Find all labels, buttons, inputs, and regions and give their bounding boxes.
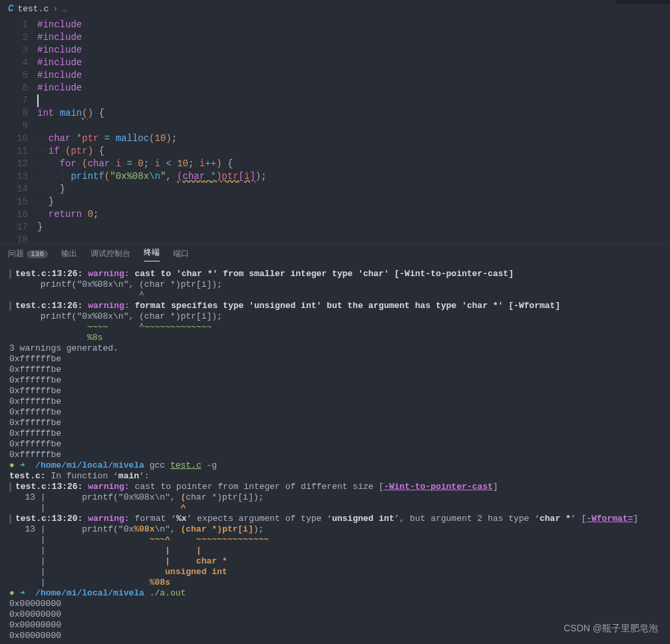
line-gutter: 123456789101112131415161718 (0, 17, 37, 243)
code-line[interactable]: } (37, 221, 670, 234)
terminal-line: %8s (9, 333, 661, 343)
breadcrumb-ellipsis: … (62, 4, 67, 14)
terminal-line: test.c:13:20: warning: format ‘%x’ expec… (9, 514, 661, 524)
terminal-line: printf("0x%08x\n", (char *)ptr[i]); (9, 279, 661, 290)
line-number: 15 (0, 196, 28, 208)
terminal-line: | ^ (9, 503, 661, 514)
breadcrumb-sep: › (53, 4, 58, 14)
line-number: 12 (0, 158, 28, 170)
terminal-line: 0xffffffbe (9, 365, 661, 375)
terminal-line: 0x00000000 (9, 599, 661, 609)
line-number: 5 (0, 69, 28, 82)
breadcrumb: C test.c › … (0, 0, 670, 17)
code-line[interactable] (37, 120, 670, 132)
terminal-line: | unsigned int (9, 567, 661, 577)
terminal-line: 0xffffffbe (9, 354, 661, 365)
terminal-line: 13 | printf("0x%08x\n", (char *)ptr[i]); (9, 492, 661, 503)
code-line[interactable]: #include· (37, 44, 670, 57)
line-number: 2 (0, 31, 28, 44)
line-number: 6 (0, 82, 28, 94)
topright-border (617, 0, 670, 4)
terminal-line: 3 warnings generated. (9, 343, 661, 354)
terminal-line: 0xffffffbe (9, 407, 661, 418)
c-lang-icon: C (8, 3, 13, 14)
terminal-line: ● ➜ /home/mi/local/mivela ./a.out (9, 588, 661, 599)
line-number: 16 (0, 208, 28, 221)
terminal-line: test.c: In function ‘main’: (9, 471, 661, 482)
terminal-line: printf("0x%08x\n", (char *)ptr[i]); (9, 311, 661, 322)
terminal-line: | | char * (9, 556, 661, 567)
code-line[interactable]: #include· (37, 31, 670, 44)
terminal-line: ^ (9, 290, 661, 301)
code-line[interactable]: ··return·0; (37, 208, 670, 221)
terminal-line: 0x00000000 (9, 620, 661, 631)
terminal-line: 13 | printf("0x%08x\n", (char *)ptr[i]); (9, 524, 661, 535)
code-line[interactable]: ··} (37, 196, 670, 208)
code-line[interactable]: #include· (37, 69, 670, 82)
watermark: CSDN @瓶子里肥皂泡 (564, 623, 658, 635)
line-number: 13 (0, 170, 28, 183)
line-number: 18 (0, 234, 28, 246)
terminal-line: | | | (9, 546, 661, 556)
terminal-line: 0xffffffbe (9, 439, 661, 450)
line-number: 14 (0, 183, 28, 196)
terminal-line: 0xffffffbe (9, 428, 661, 439)
code-line[interactable]: ····for·(char·i·=·0;·i·<·10;·i++)·{ (37, 158, 670, 170)
line-number: 1 (0, 19, 28, 31)
problems-badge: 136 (27, 250, 48, 258)
terminal-line: 0x00000000 (9, 631, 661, 641)
terminal-line: 0xffffffbe (9, 418, 661, 428)
code-line[interactable]: ··if·(ptr)·{ (37, 145, 670, 158)
code-line[interactable]: #include· (37, 19, 670, 31)
terminal-line: ● ➜ /home/mi/local/mivela gcc test.c -g (9, 460, 661, 471)
editor[interactable]: 123456789101112131415161718 #include·#in… (0, 17, 670, 243)
code-line[interactable] (37, 234, 670, 246)
code-line[interactable]: ··char·*ptr·=·malloc(10); (37, 132, 670, 145)
terminal-line: | %08s (9, 577, 661, 588)
terminal-line: ~~~~ ^~~~~~~~~~~~~~ (9, 322, 661, 333)
line-number: 7 (0, 94, 28, 107)
panel-tabs: 问题136 输出 调试控制台 终端 端口 (0, 243, 670, 263)
terminal[interactable]: test.c:13:26: warning: cast to 'char *' … (0, 263, 670, 641)
tab-terminal[interactable]: 终端 (144, 247, 160, 261)
terminal-line: | ~~~^ ~~~~~~~~~~~~~~ (9, 535, 661, 546)
code-line[interactable]: ····} (37, 183, 670, 196)
code-area[interactable]: #include·#include·#include·#include·#inc… (37, 17, 670, 243)
line-number: 10 (0, 132, 28, 145)
line-number: 11 (0, 145, 28, 158)
terminal-line: 0xffffffbe (9, 397, 661, 407)
tab-ports[interactable]: 端口 (173, 248, 189, 259)
terminal-line: 0x00000000 (9, 609, 661, 620)
code-line[interactable]: #include· (37, 82, 670, 94)
line-number: 17 (0, 221, 28, 234)
code-line[interactable]: #include· (37, 57, 670, 69)
tab-problems[interactable]: 问题136 (8, 248, 48, 259)
terminal-line: 0xffffffbe (9, 386, 661, 397)
terminal-line: test.c:13:26: warning: cast to 'char *' … (9, 269, 661, 279)
terminal-line: test.c:13:26: warning: format specifies … (9, 301, 661, 311)
tab-debug-console[interactable]: 调试控制台 (90, 248, 130, 259)
line-number: 9 (0, 120, 28, 132)
line-number: 8 (0, 107, 28, 120)
breadcrumb-file[interactable]: test.c (17, 4, 49, 14)
line-number: 3 (0, 44, 28, 57)
code-line[interactable]: ····¦·printf("0x%08x\n",·(char *)ptr[i])… (37, 170, 670, 183)
code-line[interactable]: int·main()·{ (37, 107, 670, 120)
terminal-line: test.c:13:26: warning: cast to pointer f… (9, 482, 661, 492)
code-line[interactable] (37, 94, 670, 107)
terminal-line: 0xffffffbe (9, 375, 661, 386)
tab-output[interactable]: 输出 (61, 248, 77, 259)
line-number: 4 (0, 57, 28, 69)
terminal-line: 0xffffffbe (9, 450, 661, 460)
